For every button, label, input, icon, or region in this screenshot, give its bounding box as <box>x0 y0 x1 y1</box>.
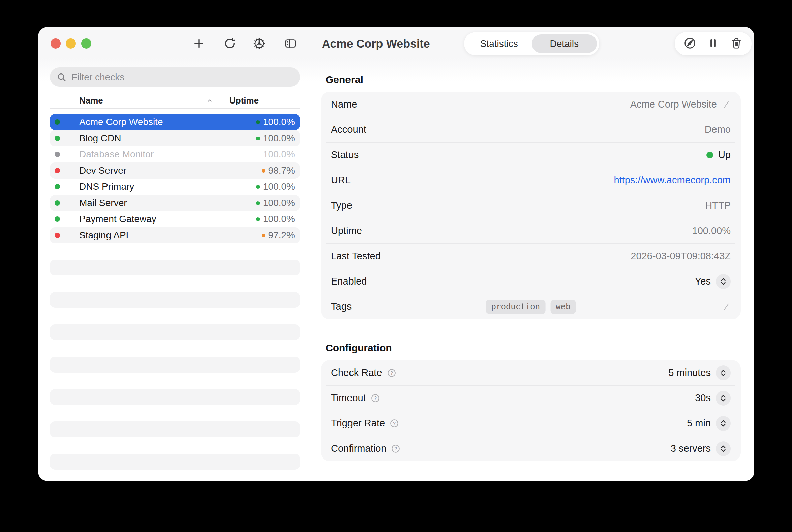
detail-row: StatusUp <box>321 142 741 168</box>
pause-icon <box>707 37 719 51</box>
check-name: Acme Corp Website <box>79 117 163 128</box>
stepper-control[interactable] <box>716 365 731 380</box>
tag-chip: production <box>486 300 546 314</box>
plus-icon <box>193 37 205 51</box>
uptime-column-header[interactable]: Uptime <box>229 93 259 108</box>
column-headers: Name Uptime <box>50 93 300 109</box>
status-dot <box>55 184 60 189</box>
svg-text:?: ? <box>393 421 396 426</box>
row-value-text: 5 minutes <box>668 367 711 378</box>
check-row[interactable]: DNS Primary100.0% <box>50 179 300 195</box>
name-column-header[interactable]: Name <box>79 93 103 108</box>
open-url-button[interactable] <box>682 36 698 52</box>
delete-check-button[interactable] <box>728 36 745 52</box>
row-label-text: Last Tested <box>331 250 381 262</box>
check-row[interactable]: Mail Server100.0% <box>50 195 300 211</box>
status-dot <box>55 168 60 173</box>
check-row[interactable]: Dev Server98.7% <box>50 163 300 179</box>
edit-icon[interactable] <box>722 100 731 109</box>
row-label: Trigger Rate? <box>331 418 399 429</box>
stepper-control[interactable] <box>716 416 731 431</box>
zoom-window-button[interactable] <box>81 38 91 49</box>
sort-ascending-icon <box>206 97 214 107</box>
sidebar-toggle-icon <box>285 37 296 51</box>
check-name: Mail Server <box>79 197 127 208</box>
row-value: HTTP <box>705 200 731 211</box>
help-icon[interactable]: ? <box>387 368 397 378</box>
row-value: 2026-03-09T09:08:43Z <box>631 250 731 262</box>
tag-chip: web <box>550 300 576 314</box>
compass-icon <box>683 36 697 51</box>
refresh-button[interactable] <box>223 36 237 51</box>
minimize-window-button[interactable] <box>66 38 76 49</box>
check-uptime: 97.2% <box>262 230 295 241</box>
uptime-value: 100.0% <box>263 133 295 144</box>
check-row[interactable]: Database Monitor100.0% <box>50 146 300 163</box>
uptime-value: 100.0% <box>263 214 295 225</box>
check-list: Acme Corp Website100.0%Blog CDN100.0%Dat… <box>50 114 300 243</box>
row-value-text: 2026-03-09T09:08:43Z <box>631 250 731 262</box>
check-row[interactable]: Payment Gateway100.0% <box>50 211 300 227</box>
row-label: Timeout? <box>331 393 381 403</box>
uptime-dot <box>262 234 265 238</box>
detail-row: Timeout?30s <box>321 385 741 411</box>
stepper-control[interactable] <box>716 391 731 405</box>
url-link[interactable]: https://www.acmecorp.com <box>614 175 731 186</box>
help-icon[interactable]: ? <box>391 444 401 454</box>
app-window: Name Uptime Acme Corp Website100.0%Blog … <box>38 27 754 481</box>
row-value-text: HTTP <box>705 200 731 211</box>
check-uptime: 100.0% <box>256 133 295 144</box>
uptime-dot <box>256 201 260 205</box>
row-label-text: URL <box>331 175 350 186</box>
status-dot <box>55 233 60 238</box>
settings-button[interactable] <box>252 36 267 51</box>
sidebar: Name Uptime Acme Corp Website100.0%Blog … <box>38 27 307 481</box>
help-icon[interactable]: ? <box>389 418 399 429</box>
detail-row: Check Rate?5 minutes <box>321 360 741 385</box>
view-tabs: StatisticsDetails <box>464 32 599 55</box>
tab-statistics[interactable]: Statistics <box>466 34 532 53</box>
check-uptime: 100.0% <box>256 214 295 225</box>
check-row[interactable]: Staging API97.2% <box>50 227 300 243</box>
row-value: Up <box>707 149 731 160</box>
check-row[interactable]: Blog CDN100.0% <box>50 130 300 146</box>
row-label: URL <box>331 175 350 186</box>
detail-row: URLhttps://www.acmecorp.com <box>321 168 741 193</box>
detail-row: Last Tested2026-03-09T09:08:43Z <box>321 243 741 269</box>
detail-row: Trigger Rate?5 min <box>321 411 741 436</box>
pause-check-button[interactable] <box>705 36 721 52</box>
check-uptime: 100.0% <box>256 117 295 128</box>
detail-row: Tagsproductionweb <box>321 294 741 319</box>
add-check-button[interactable] <box>191 36 206 51</box>
toggle-sidebar-button[interactable] <box>283 36 298 51</box>
empty-row-stripe <box>50 324 300 340</box>
uptime-dot <box>256 136 260 140</box>
row-label: Check Rate? <box>331 367 397 378</box>
help-icon[interactable]: ? <box>370 393 381 403</box>
row-label: Uptime <box>331 225 362 236</box>
uptime-dot <box>256 120 260 124</box>
row-label-text: Name <box>331 99 357 110</box>
stepper-control[interactable] <box>716 274 731 289</box>
edit-icon[interactable] <box>722 302 731 311</box>
close-window-button[interactable] <box>51 38 61 49</box>
tab-details[interactable]: Details <box>532 34 597 53</box>
stepper-control[interactable] <box>716 441 731 456</box>
status-dot <box>55 200 60 206</box>
check-name: Blog CDN <box>79 133 121 144</box>
row-label-text: Enabled <box>331 276 367 287</box>
uptime-value: 100.0% <box>263 182 295 192</box>
section-heading: General <box>326 73 741 86</box>
search-input[interactable] <box>71 72 293 83</box>
uptime-value: 100.0% <box>263 117 295 128</box>
row-label-text: Trigger Rate <box>331 418 385 429</box>
check-name: Database Monitor <box>79 149 154 160</box>
status-dot <box>55 152 60 157</box>
row-label-text: Type <box>331 200 352 211</box>
uptime-value: 98.7% <box>268 165 295 176</box>
check-name: Staging API <box>79 230 129 241</box>
check-uptime: 98.7% <box>262 165 295 176</box>
check-name: Payment Gateway <box>79 214 156 225</box>
check-uptime: 100.0% <box>256 197 295 208</box>
check-row[interactable]: Acme Corp Website100.0% <box>50 114 300 130</box>
